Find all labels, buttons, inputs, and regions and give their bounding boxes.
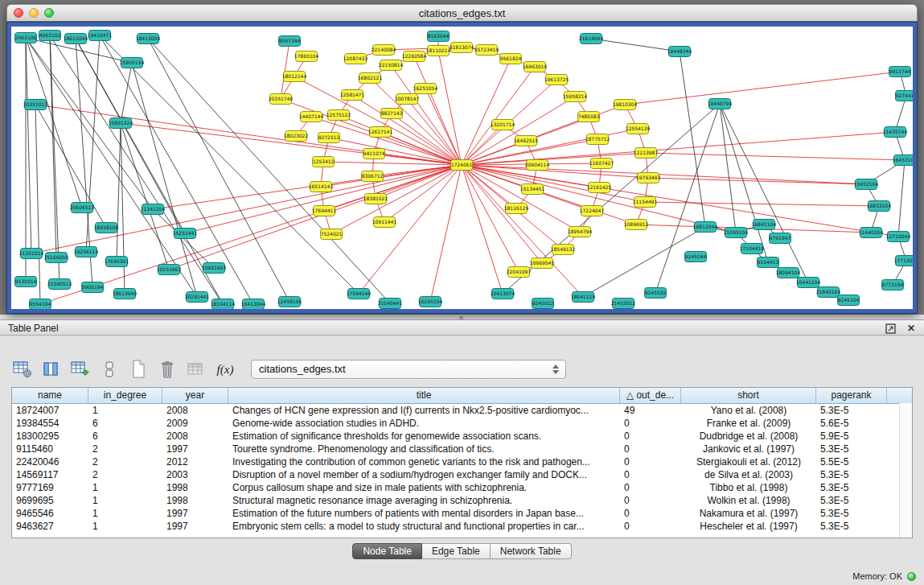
graph-node[interactable]: 12087433 — [343, 54, 368, 64]
graph-node[interactable]: 15251441 — [173, 229, 198, 239]
graph-node[interactable]: 9245104 — [838, 295, 860, 306]
graph-node[interactable]: 9245044 — [685, 252, 707, 262]
graph-node[interactable]: 18381022 — [363, 194, 388, 204]
graph-node[interactable]: 12213987 — [634, 148, 659, 159]
graph-node[interactable]: 1724061 — [451, 160, 473, 171]
graph-node[interactable]: 21040441 — [378, 299, 403, 309]
table-row[interactable]: 1830029562008Estimation of significance … — [12, 430, 912, 443]
column-header-5[interactable]: short — [681, 388, 816, 403]
graph-node[interactable]: 21590513 — [47, 279, 72, 290]
graph-node[interactable]: 16514143 — [309, 182, 334, 192]
graph-node[interactable]: 19448794 — [708, 99, 733, 109]
table-row[interactable]: 969969511998Structural magnetic resonanc… — [12, 494, 912, 507]
column-header-6[interactable]: pagerank — [816, 388, 887, 403]
graph-node[interactable]: 22413074 — [491, 289, 515, 299]
graph-node[interactable]: 18613040 — [113, 289, 138, 299]
graph-node[interactable]: 17713054 — [894, 256, 913, 266]
graph-node[interactable]: 9272512 — [318, 133, 340, 143]
graph-node[interactable]: 20291441 — [185, 292, 210, 303]
graph-node[interactable]: 8306712 — [362, 171, 384, 182]
column-header-4[interactable]: △ out_de... — [620, 388, 681, 403]
graph-node[interactable]: 20606513 — [70, 203, 95, 213]
graph-node[interactable]: 12710044 — [886, 232, 911, 242]
graph-node[interactable]: 17104410 — [740, 244, 765, 254]
table-row[interactable]: 946554611997Estimation of the future num… — [12, 507, 912, 520]
column-header-2[interactable]: year — [162, 388, 228, 403]
graph-node[interactable]: 9245012 — [532, 299, 554, 309]
graph-node[interactable]: 18775712 — [585, 134, 610, 145]
graph-node[interactable]: 22140084 — [372, 45, 396, 56]
graph-node[interactable]: 17594140 — [347, 289, 372, 299]
network-canvas[interactable]: 1724061752402117694411165141431253412927… — [11, 27, 913, 309]
graph-node[interactable]: 10896912 — [624, 220, 649, 230]
graph-node[interactable]: 16833104 — [867, 201, 892, 212]
new-table-button[interactable] — [127, 358, 150, 381]
graph-node[interactable]: 9135014 — [15, 277, 37, 287]
tab-node-table[interactable]: Node Table — [352, 543, 422, 559]
graph-node[interactable]: 18041129 — [571, 292, 596, 303]
graph-node[interactable]: 18954794 — [568, 227, 593, 237]
network-canvas-svg[interactable]: 1724061752402117694411165141431253412927… — [11, 27, 913, 309]
graph-node[interactable]: 9561824 — [500, 54, 522, 64]
graph-node[interactable]: 8597344 — [279, 36, 301, 47]
graph-node[interactable]: 15891324 — [109, 118, 133, 129]
table-row[interactable]: 2242004622012Investigating the contribut… — [12, 455, 912, 468]
table-row[interactable]: 911546021997Tourette syndrome. Phenomeno… — [12, 443, 912, 455]
graph-node[interactable]: 11435744 — [883, 127, 908, 138]
graph-node[interactable]: 7524021 — [321, 229, 343, 240]
graph-node[interactable]: 12554139 — [626, 124, 651, 134]
graph-node[interactable]: 6791947 — [770, 233, 791, 244]
graph-node[interactable]: 10969545 — [530, 258, 555, 269]
graph-node[interactable]: 19613725 — [544, 75, 569, 85]
graph-node[interactable]: 55723419 — [474, 45, 499, 56]
graph-node[interactable]: 12617141 — [368, 127, 393, 138]
show-columns-button[interactable] — [40, 358, 63, 381]
graph-node[interactable]: 18126129 — [504, 204, 529, 214]
graph-node[interactable]: 11440204 — [859, 228, 884, 238]
graph-node[interactable]: 20351013 — [23, 100, 48, 110]
close-panel-icon[interactable]: ✕ — [905, 322, 918, 335]
graph-node[interactable]: 18012144 — [282, 72, 307, 82]
graph-node[interactable]: 2063106 — [15, 33, 37, 43]
graph-node[interactable]: 10441204 — [796, 278, 821, 288]
column-header-3[interactable]: title — [228, 388, 620, 403]
graph-node[interactable]: 18023022 — [284, 131, 309, 142]
graph-node[interactable]: 19256114 — [74, 247, 99, 257]
graph-node[interactable]: 14407144 — [299, 112, 324, 122]
table-row[interactable]: 1456911722003Disruption of a novel membe… — [12, 468, 912, 481]
column-header-1[interactable]: in_degree — [88, 388, 162, 403]
table-settings-button[interactable] — [11, 358, 34, 381]
table-row[interactable]: 977716911998Corpus callosum shape and si… — [12, 481, 912, 494]
graph-node[interactable]: 19810304 — [613, 100, 638, 110]
graph-node[interactable]: 12581471 — [340, 90, 365, 101]
graph-node[interactable]: 22041097 — [507, 267, 532, 278]
graph-node[interactable]: 1253412 — [313, 157, 335, 167]
graph-node[interactable]: 16462515 — [514, 136, 539, 146]
graph-node[interactable]: 10251663 — [157, 265, 182, 275]
table-row[interactable]: 1872400712008Changes of HCN gene express… — [12, 404, 912, 417]
graph-node[interactable]: 18110214 — [426, 46, 451, 56]
graph-node[interactable]: 11341204 — [141, 204, 166, 215]
graph-node[interactable]: 18094104 — [776, 268, 801, 278]
graph-node[interactable]: 12458106 — [277, 297, 302, 307]
graph-node[interactable]: 21453012 — [611, 299, 636, 309]
graph-node[interactable]: 21614044 — [579, 34, 604, 44]
table-vertical-scrollbar[interactable] — [899, 403, 912, 538]
graph-node[interactable]: 21095104 — [724, 228, 749, 238]
graph-node[interactable]: 15134451 — [520, 184, 545, 195]
graph-node[interactable]: 17694411 — [312, 206, 337, 216]
graph-node[interactable]: 18413004 — [136, 34, 161, 44]
function-builder-button[interactable]: f(x) — [214, 358, 236, 381]
graph-node[interactable]: 16295104 — [418, 297, 443, 307]
row-height-button[interactable] — [98, 358, 121, 381]
graph-node[interactable]: 8837143 — [381, 109, 403, 119]
graph-node[interactable]: 22150814 — [379, 60, 404, 71]
graph-node[interactable]: 19410471 — [88, 31, 113, 41]
graph-node[interactable]: 19793493 — [636, 173, 661, 183]
graph-node[interactable]: 18612044 — [64, 34, 88, 44]
graph-node[interactable]: 11154491 — [633, 197, 658, 208]
graph-node[interactable]: 9245032 — [645, 288, 667, 299]
graph-node[interactable]: 17695301 — [105, 257, 129, 267]
graph-node[interactable]: 18104114 — [211, 299, 236, 310]
graph-node[interactable]: 16453104 — [893, 155, 913, 166]
